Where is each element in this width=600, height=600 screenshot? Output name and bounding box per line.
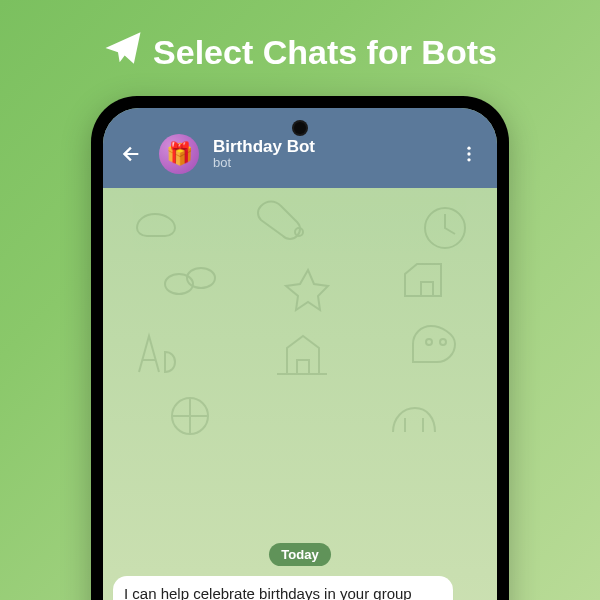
chat-subtitle: bot xyxy=(213,156,441,171)
phone-screen: 🎁 Birthday Bot bot xyxy=(103,108,497,600)
message-list: Today I can help celebrate birthdays in … xyxy=(103,543,497,600)
gift-icon: 🎁 xyxy=(166,141,193,167)
svg-point-1 xyxy=(467,152,470,155)
arrow-left-icon xyxy=(120,143,142,165)
promo-title-text: Select Chats for Bots xyxy=(153,33,497,72)
camera-notch xyxy=(294,122,306,134)
more-button[interactable] xyxy=(455,140,483,168)
avatar[interactable]: 🎁 xyxy=(159,134,199,174)
svg-point-8 xyxy=(440,339,446,345)
svg-point-0 xyxy=(467,147,470,150)
date-chip: Today xyxy=(269,543,330,566)
more-vertical-icon xyxy=(459,144,479,164)
chat-body: Today I can help celebrate birthdays in … xyxy=(103,188,497,600)
svg-point-2 xyxy=(467,158,470,161)
chat-title: Birthday Bot xyxy=(213,137,441,157)
chat-title-block[interactable]: Birthday Bot bot xyxy=(213,137,441,171)
chat-background-doodles xyxy=(103,188,497,600)
message-bubble[interactable]: I can help celebrate birthdays in your g… xyxy=(113,576,453,600)
app-bar: 🎁 Birthday Bot bot xyxy=(103,108,497,188)
back-button[interactable] xyxy=(117,140,145,168)
phone-frame: 🎁 Birthday Bot bot xyxy=(91,96,509,600)
promo-title: Select Chats for Bots xyxy=(0,0,600,76)
message-text: I can help celebrate birthdays in your g… xyxy=(124,585,427,600)
paper-plane-icon xyxy=(103,28,143,76)
svg-point-7 xyxy=(426,339,432,345)
